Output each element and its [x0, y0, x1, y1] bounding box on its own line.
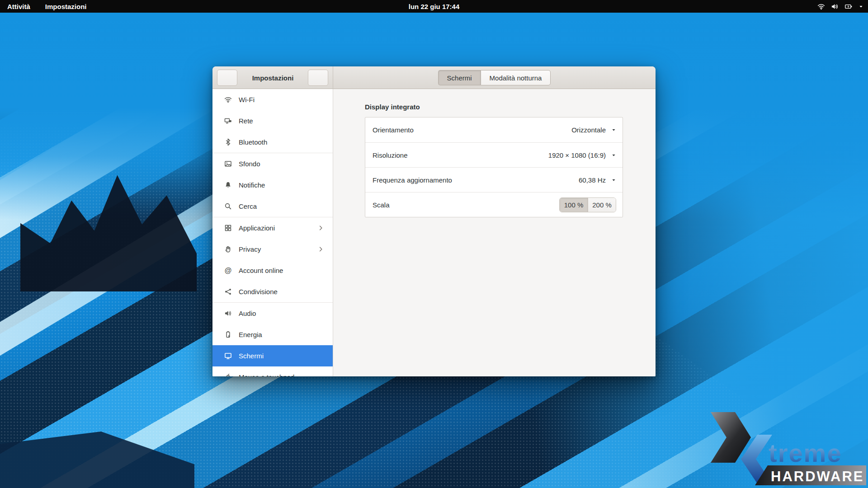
applications-icon	[224, 224, 232, 232]
caret-down-icon	[611, 153, 616, 158]
sidebar-item-label: Account online	[239, 267, 325, 274]
close-window-button[interactable]	[637, 71, 650, 84]
sidebar-item-label: Schermi	[239, 352, 325, 360]
caret-down-icon	[611, 127, 616, 132]
sidebar-item-label: Rete	[239, 117, 325, 125]
tab-modalit-notturna[interactable]: Modalità notturna	[481, 70, 551, 85]
network-icon	[224, 117, 232, 125]
section-title: Display integrato	[365, 103, 420, 111]
at-icon: @	[224, 267, 232, 274]
sidebar-item-label: Sfondo	[239, 160, 325, 168]
sidebar-item-account-online[interactable]: @Account online	[212, 260, 333, 281]
sidebar-item-privacy[interactable]: Privacy	[212, 239, 333, 260]
sidebar-item-cerca[interactable]: Cerca	[212, 196, 333, 217]
sidebar-item-label: Notifiche	[239, 181, 325, 189]
settings-window: Impostazioni SchermiModalità notturna Wi…	[212, 66, 656, 376]
sidebar-item-sfondo[interactable]: Sfondo	[212, 153, 333, 174]
caret-down-icon	[859, 4, 863, 9]
volume-icon	[831, 3, 839, 10]
sidebar-item-wi-fi[interactable]: Wi-Fi	[212, 89, 333, 110]
setting-label: Scala	[373, 201, 559, 209]
content-pane: Display integrato OrientamentoOrizzontal…	[333, 89, 656, 376]
sidebar-item-audio[interactable]: Audio	[212, 303, 333, 324]
header-tabs: SchermiModalità notturna	[333, 66, 656, 89]
sidebar: Wi-FiReteBluetoothSfondoNotificheCercaAp…	[212, 89, 333, 376]
displays-icon	[224, 352, 232, 360]
chevron-right-icon	[317, 225, 325, 231]
xtreme-hardware-logo: treme HARDWARE	[700, 409, 868, 487]
setting-value: 868 × 488 (16:9)	[548, 151, 606, 159]
logo-hardware-text: HARDWARE	[771, 469, 864, 484]
mouse-icon	[224, 373, 232, 376]
sidebar-item-label: Bluetooth	[239, 138, 325, 146]
scale-option-200[interactable]: 200 %	[588, 198, 616, 212]
setting-row-risoluzione[interactable]: Risoluzione1920 × 1080 (16:9)	[365, 142, 623, 167]
sidebar-list: Wi-FiReteBluetoothSfondoNotificheCercaAp…	[212, 89, 333, 376]
search-icon	[224, 202, 232, 210]
system-status-area[interactable]	[817, 0, 863, 13]
sidebar-item-label: Audio	[239, 310, 325, 317]
logo-treme-text: treme	[769, 439, 842, 467]
app-menu[interactable]: Impostazioni	[42, 0, 90, 13]
sidebar-item-condivisione[interactable]: Condivisione	[212, 281, 333, 302]
sidebar-item-label: Privacy	[239, 245, 310, 253]
setting-row-scala: Scala100 %200 %	[365, 192, 623, 217]
setting-label: Risoluzione	[373, 151, 548, 159]
sidebar-item-bluetooth[interactable]: Bluetooth	[212, 131, 333, 153]
scale-segmented-control: 100 %200 %	[559, 197, 616, 212]
setting-row-frequenza-aggiornamento[interactable]: Frequenza aggiornamento60,38 Hz	[365, 167, 623, 192]
battery-icon	[844, 3, 853, 10]
caret-down-icon	[611, 178, 616, 183]
setting-row-orientamento[interactable]: OrientamentoOrizzontale	[365, 117, 623, 142]
notifications-icon	[224, 181, 232, 189]
sidebar-item-energia[interactable]: Energia	[212, 324, 333, 345]
share-icon	[224, 288, 232, 296]
setting-value: Orizzontale	[571, 126, 606, 134]
sidebar-item-label: Applicazioni	[239, 224, 310, 232]
sidebar-item-schermi[interactable]: Schermi	[212, 345, 333, 366]
sidebar-item-applicazioni[interactable]: Applicazioni	[212, 217, 333, 239]
setting-label: Orientamento	[373, 126, 571, 134]
clock[interactable]: lun 22 giu 17:44	[0, 3, 868, 10]
privacy-icon	[224, 245, 232, 253]
top-bar: Attività Impostazioni lun 22 giu 17:44	[0, 0, 868, 13]
sidebar-item-rete[interactable]: Rete	[212, 110, 333, 131]
setting-value: 60,38 Hz	[579, 176, 606, 184]
sidebar-item-label: Cerca	[239, 202, 325, 210]
wifi-icon	[224, 96, 232, 103]
hamburger-menu-button[interactable]	[308, 70, 328, 86]
titlebar[interactable]: Impostazioni SchermiModalità notturna	[212, 66, 656, 89]
setting-label: Frequenza aggiornamento	[373, 176, 579, 184]
activities-label: Attività	[7, 3, 30, 10]
bluetooth-icon	[224, 138, 232, 146]
wifi-icon	[817, 3, 825, 10]
power-icon	[224, 331, 232, 338]
background-icon	[224, 160, 232, 168]
sidebar-item-label: Condivisione	[239, 288, 325, 296]
sidebar-item-label: Energia	[239, 331, 325, 338]
scale-option-100[interactable]: 100 %	[560, 198, 588, 212]
audio-icon	[224, 310, 232, 317]
sidebar-item-label: Mouse e touchpad	[239, 373, 325, 376]
tab-schermi[interactable]: Schermi	[438, 70, 481, 85]
app-menu-label: Impostazioni	[45, 3, 87, 10]
activities-button[interactable]: Attività	[7, 0, 30, 13]
desktop: treme HARDWARE Attività Impostazioni lun…	[0, 0, 868, 488]
display-settings-list: OrientamentoOrizzontaleRisoluzione1920 ×…	[365, 117, 623, 217]
chevron-right-icon	[317, 246, 325, 253]
sidebar-item-notifiche[interactable]: Notifiche	[212, 174, 333, 196]
sidebar-item-label: Wi-Fi	[239, 96, 325, 103]
sidebar-item-mouse-e-touchpad[interactable]: Mouse e touchpad	[212, 366, 333, 376]
